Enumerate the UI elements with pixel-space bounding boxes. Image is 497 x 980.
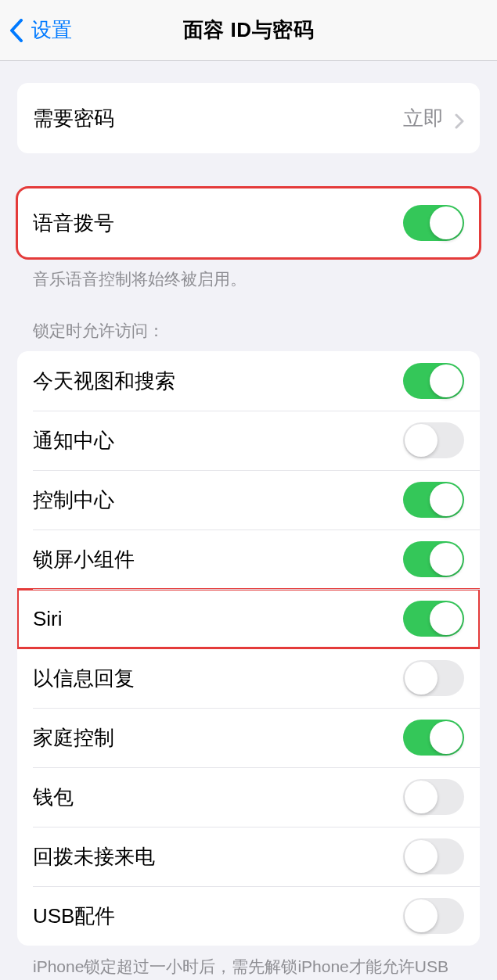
lock-access-toggle[interactable] bbox=[403, 541, 464, 577]
lock-access-toggle[interactable] bbox=[403, 838, 464, 874]
chevron-right-icon bbox=[455, 110, 464, 126]
voice-dial-row: 语音拨号 bbox=[17, 188, 480, 258]
lock-access-row: 以信息回复 bbox=[17, 648, 480, 708]
lock-access-label: 今天视图和搜索 bbox=[33, 368, 175, 395]
lock-access-label: USB配件 bbox=[33, 903, 115, 930]
lock-access-label: Siri bbox=[33, 607, 63, 631]
lock-access-toggle[interactable] bbox=[403, 660, 464, 696]
lock-access-toggle[interactable] bbox=[403, 898, 464, 934]
lock-access-toggle[interactable] bbox=[403, 363, 464, 399]
lock-access-label: 以信息回复 bbox=[33, 665, 135, 692]
lock-access-label: 通知中心 bbox=[33, 427, 114, 454]
lock-access-toggle[interactable] bbox=[403, 779, 464, 815]
lock-access-group: 今天视图和搜索通知中心控制中心锁屏小组件Siri以信息回复家庭控制钱包回拨未接来… bbox=[17, 351, 480, 946]
lock-access-row: 回拨未接来电 bbox=[17, 827, 480, 886]
lock-access-row: USB配件 bbox=[17, 886, 480, 946]
lock-access-row: 今天视图和搜索 bbox=[17, 351, 480, 411]
lock-access-header: 锁定时允许访问： bbox=[17, 320, 480, 351]
require-passcode-value: 立即 bbox=[403, 105, 464, 132]
voice-dial-label: 语音拨号 bbox=[33, 210, 114, 237]
lock-access-footer: iPhone锁定超过一小时后，需先解锁iPhone才能允许USB配件连接。 bbox=[17, 946, 480, 980]
page-title: 面容 ID与密码 bbox=[183, 16, 314, 44]
require-passcode-row[interactable]: 需要密码 立即 bbox=[17, 83, 480, 153]
lock-access-row: 控制中心 bbox=[17, 470, 480, 529]
passcode-group: 需要密码 立即 bbox=[17, 83, 480, 153]
back-button[interactable]: 设置 bbox=[9, 16, 72, 44]
lock-access-toggle[interactable] bbox=[403, 422, 464, 458]
lock-access-label: 钱包 bbox=[33, 784, 74, 811]
lock-access-row: 家庭控制 bbox=[17, 708, 480, 767]
voice-dial-toggle[interactable] bbox=[403, 205, 464, 241]
lock-access-row: Siri bbox=[17, 589, 480, 648]
lock-access-label: 锁屏小组件 bbox=[33, 546, 135, 573]
voice-dial-footer: 音乐语音控制将始终被启用。 bbox=[17, 258, 480, 290]
lock-access-toggle[interactable] bbox=[403, 720, 464, 756]
lock-access-row: 钱包 bbox=[17, 767, 480, 827]
lock-access-toggle[interactable] bbox=[403, 601, 464, 637]
require-passcode-label: 需要密码 bbox=[33, 105, 114, 132]
lock-access-label: 回拨未接来电 bbox=[33, 843, 155, 871]
lock-access-row: 通知中心 bbox=[17, 411, 480, 470]
back-label: 设置 bbox=[31, 16, 72, 44]
lock-access-toggle[interactable] bbox=[403, 482, 464, 518]
lock-access-label: 控制中心 bbox=[33, 486, 114, 514]
chevron-left-icon bbox=[9, 19, 23, 42]
lock-access-row: 锁屏小组件 bbox=[17, 529, 480, 589]
lock-access-label: 家庭控制 bbox=[33, 724, 114, 752]
voice-dial-group: 语音拨号 bbox=[17, 188, 480, 258]
navigation-bar: 设置 面容 ID与密码 bbox=[0, 0, 497, 61]
